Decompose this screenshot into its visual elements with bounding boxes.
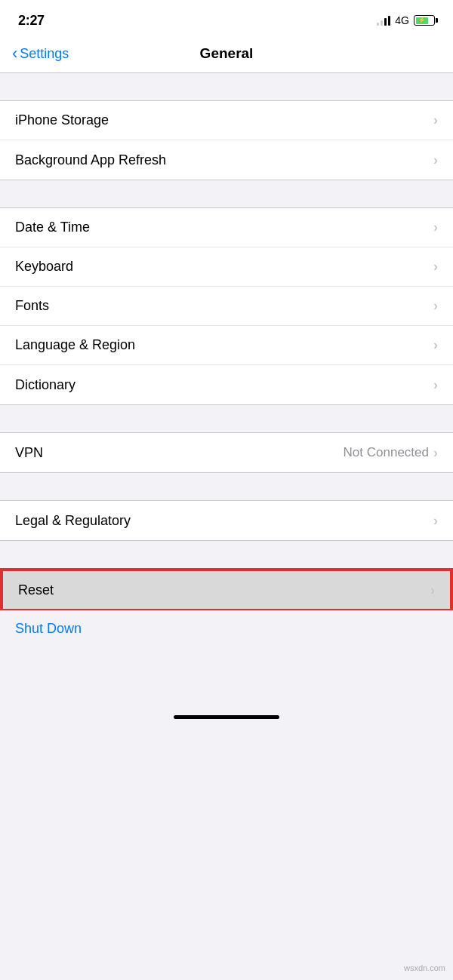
iphone-storage-label: iPhone Storage	[15, 112, 109, 128]
section-divider	[0, 73, 453, 100]
fonts-label: Fonts	[15, 298, 49, 314]
chevron-right-icon: ›	[430, 582, 435, 598]
nav-bar: ‹ Settings General	[0, 38, 453, 73]
status-icons: 4G ⚡	[377, 14, 435, 26]
chevron-right-icon: ›	[433, 377, 438, 393]
language-region-item[interactable]: Language & Region ›	[0, 326, 453, 365]
battery-icon: ⚡	[414, 15, 435, 26]
vpn-item[interactable]: VPN Not Connected ›	[0, 433, 453, 472]
chevron-right-icon: ›	[433, 298, 438, 314]
background-app-refresh-item[interactable]: Background App Refresh ›	[0, 140, 453, 180]
dictionary-item[interactable]: Dictionary ›	[0, 365, 453, 404]
legal-regulatory-label: Legal & Regulatory	[15, 513, 131, 529]
section-divider	[0, 405, 453, 432]
back-label: Settings	[20, 46, 69, 62]
signal-icon	[377, 15, 390, 26]
chevron-right-icon: ›	[433, 445, 438, 461]
status-bar: 2:27 4G ⚡	[0, 0, 453, 38]
back-chevron-icon: ‹	[12, 45, 17, 62]
home-bar	[174, 715, 279, 719]
language-region-label: Language & Region	[15, 337, 135, 353]
background-app-refresh-label: Background App Refresh	[15, 152, 166, 168]
spacer	[0, 647, 453, 708]
reset-label: Reset	[18, 582, 54, 598]
locale-group: Date & Time › Keyboard › Fonts › Languag…	[0, 207, 453, 405]
section-divider	[0, 473, 453, 500]
iphone-storage-right: ›	[433, 112, 438, 128]
chevron-right-icon: ›	[433, 513, 438, 529]
status-time: 2:27	[18, 13, 45, 29]
shut-down-container: Shut Down	[0, 610, 453, 647]
network-type: 4G	[395, 14, 409, 26]
vpn-status: Not Connected	[344, 445, 429, 460]
chevron-right-icon: ›	[433, 112, 438, 128]
back-button[interactable]: ‹ Settings	[12, 45, 69, 62]
vpn-label: VPN	[15, 445, 43, 461]
legal-regulatory-item[interactable]: Legal & Regulatory ›	[0, 501, 453, 540]
reset-group: Reset ›	[0, 568, 453, 610]
keyboard-item[interactable]: Keyboard ›	[0, 247, 453, 287]
section-divider	[0, 180, 453, 207]
storage-refresh-group: iPhone Storage › Background App Refresh …	[0, 100, 453, 180]
dictionary-label: Dictionary	[15, 377, 76, 393]
date-time-label: Date & Time	[15, 220, 90, 235]
charging-bolt-icon: ⚡	[418, 17, 426, 23]
page-title: General	[200, 45, 254, 62]
chevron-right-icon: ›	[433, 220, 438, 235]
section-divider	[0, 541, 453, 568]
chevron-right-icon: ›	[433, 337, 438, 353]
home-indicator	[0, 708, 453, 731]
watermark: wsxdn.com	[404, 963, 445, 972]
vpn-group: VPN Not Connected ›	[0, 432, 453, 473]
chevron-right-icon: ›	[433, 152, 438, 168]
keyboard-label: Keyboard	[15, 259, 73, 275]
fonts-item[interactable]: Fonts ›	[0, 287, 453, 326]
reset-item[interactable]: Reset ›	[2, 570, 451, 609]
legal-group: Legal & Regulatory ›	[0, 500, 453, 541]
shut-down-button[interactable]: Shut Down	[15, 621, 82, 636]
iphone-storage-item[interactable]: iPhone Storage ›	[0, 101, 453, 140]
background-app-refresh-right: ›	[433, 152, 438, 168]
chevron-right-icon: ›	[433, 259, 438, 275]
date-time-item[interactable]: Date & Time ›	[0, 208, 453, 247]
